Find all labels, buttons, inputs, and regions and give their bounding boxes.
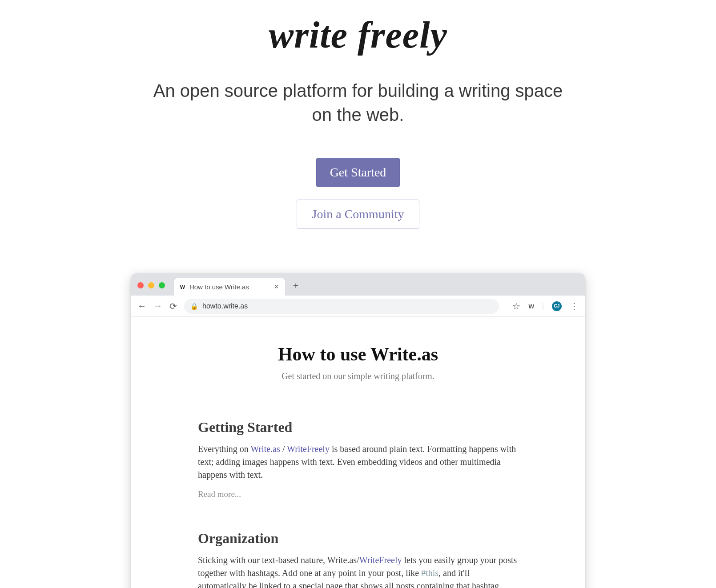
maximize-window-icon[interactable] — [159, 282, 165, 288]
link-writefreely[interactable]: WriteFreely — [287, 444, 330, 454]
profile-avatar[interactable]: CJ — [552, 301, 562, 311]
minimize-window-icon[interactable] — [148, 282, 154, 288]
post-text: Sticking with our text-based nature, Wri… — [198, 555, 359, 565]
read-more-link[interactable]: Read more... — [198, 489, 241, 499]
get-started-button[interactable]: Get Started — [316, 158, 400, 187]
post-heading: Getting Started — [198, 419, 518, 436]
close-window-icon[interactable] — [137, 282, 144, 288]
link-writefreely[interactable]: WriteFreely — [359, 555, 402, 565]
browser-toolbar: ← → ⟳ 🔒 howto.write.as ☆ w | CJ ⋮ — [131, 296, 585, 317]
back-icon[interactable]: ← — [137, 301, 146, 311]
url-text: howto.write.as — [202, 302, 248, 310]
page-subtitle: Get started on our simple writing platfo… — [198, 371, 518, 381]
logo-wordmark: write freely — [0, 13, 716, 56]
new-tab-button[interactable]: + — [289, 279, 303, 293]
tab-favicon-icon: w — [180, 283, 185, 290]
reload-icon[interactable]: ⟳ — [169, 301, 177, 312]
lock-icon: 🔒 — [190, 303, 198, 310]
cta-group: Get Started Join a Community — [0, 158, 716, 229]
browser-tab-strip: w How to use Write.as × + — [131, 273, 585, 296]
address-bar[interactable]: 🔒 howto.write.as — [184, 299, 499, 314]
browser-tab[interactable]: w How to use Write.as × — [174, 278, 285, 296]
post-body: Everything on Write.as / WriteFreely is … — [198, 443, 518, 481]
hashtag-link[interactable]: #this — [421, 568, 438, 578]
browser-menu-icon[interactable]: ⋮ — [570, 301, 579, 312]
post-organization: Organization Sticking with our text-base… — [198, 530, 518, 588]
close-tab-icon[interactable]: × — [274, 283, 279, 291]
extension-icon[interactable]: w — [528, 302, 534, 310]
tab-title: How to use Write.as — [189, 283, 249, 291]
post-body: Sticking with our text-based nature, Wri… — [198, 554, 518, 588]
post-text: / — [280, 444, 287, 454]
bookmark-star-icon[interactable]: ☆ — [512, 301, 520, 312]
post-heading: Organization — [198, 530, 518, 547]
link-writeas[interactable]: Write.as — [251, 444, 280, 454]
window-controls — [137, 282, 165, 288]
hero-tagline: An open source platform for building a w… — [145, 79, 571, 127]
post-getting-started: Getting Started Everything on Write.as /… — [198, 419, 518, 530]
post-text: Everything on — [198, 444, 251, 454]
browser-screenshot: w How to use Write.as × + ← → ⟳ 🔒 howto.… — [131, 273, 585, 588]
page-content: How to use Write.as Get started on our s… — [131, 317, 585, 588]
toolbar-separator: | — [542, 302, 544, 310]
page-title: How to use Write.as — [198, 344, 518, 365]
join-community-button[interactable]: Join a Community — [297, 200, 420, 229]
forward-icon[interactable]: → — [153, 301, 162, 311]
